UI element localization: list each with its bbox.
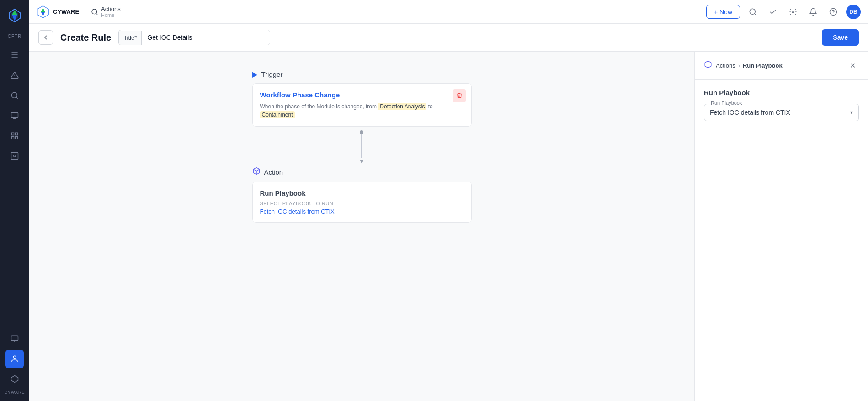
svg-line-7	[16, 97, 17, 98]
svg-rect-13	[11, 137, 14, 139]
page-header: Create Rule Title* Save	[29, 24, 868, 52]
svg-rect-15	[11, 153, 18, 160]
svg-point-16	[14, 155, 16, 157]
action-card-sub: Select Playbook to Run	[260, 201, 464, 206]
panel-actions-icon	[704, 60, 712, 69]
panel-breadcrumb-current: Run Playbook	[743, 62, 783, 69]
title-field-label: Title*	[119, 31, 142, 45]
check-icon[interactable]	[766, 5, 780, 19]
flow-canvas: ▶ Trigger Workflow Phase Change When the…	[29, 52, 694, 401]
svg-rect-17	[11, 336, 18, 341]
sidebar-item-cases[interactable]	[5, 107, 24, 125]
svg-point-25	[92, 9, 97, 14]
topnav-right: + New	[706, 5, 861, 19]
svg-marker-23	[41, 7, 45, 12]
svg-rect-12	[16, 133, 18, 135]
sidebar-item-menu[interactable]: ☰	[5, 46, 24, 64]
new-button[interactable]: + New	[706, 5, 740, 19]
sidebar-item-dashboard[interactable]	[5, 127, 24, 145]
right-panel: Actions › Run Playbook ✕ Run Playbook Ru…	[694, 52, 868, 401]
action-label: Action	[264, 168, 283, 176]
action-card[interactable]: Run Playbook Select Playbook to Run Fetc…	[252, 182, 472, 223]
connector-dot	[360, 130, 363, 134]
trigger-card-desc: When the phase of the Module is changed,…	[260, 102, 464, 119]
topnav-brand-logo	[37, 5, 49, 18]
trigger-from-phase: Detection Analysis	[378, 103, 426, 110]
panel-field-group[interactable]: Run Playbook Fetch IOC details from CTIX…	[704, 104, 859, 121]
connector-line	[361, 134, 362, 158]
sidebar-bottom: CYWARE	[4, 330, 25, 396]
panel-section-title: Run Playbook	[704, 89, 859, 96]
panel-breadcrumb-separator: ›	[738, 62, 740, 69]
action-header: Action	[252, 167, 283, 177]
svg-line-26	[96, 13, 97, 15]
svg-line-28	[754, 13, 756, 15]
cyware-brand-label: CYWARE	[4, 390, 25, 396]
sidebar-item-cyware[interactable]	[5, 370, 24, 388]
connector: ▼	[359, 128, 365, 165]
svg-point-6	[11, 92, 17, 98]
trigger-to-phase: Containment	[260, 111, 295, 118]
svg-marker-24	[41, 12, 45, 16]
svg-rect-11	[11, 133, 14, 135]
action-card-value: Fetch IOC details from CTIX	[260, 208, 464, 215]
action-card-title: Run Playbook	[260, 189, 464, 197]
nav-actions-sublabel: Home	[101, 12, 121, 18]
panel-breadcrumb: Actions › Run Playbook	[716, 62, 842, 69]
svg-point-29	[792, 11, 794, 13]
help-icon[interactable]	[826, 5, 841, 19]
search-icon[interactable]	[746, 5, 760, 19]
svg-marker-21	[11, 376, 18, 383]
trigger-header: ▶ Trigger	[252, 70, 283, 79]
notifications-icon[interactable]	[806, 5, 820, 19]
cftr-label: CFTR	[8, 34, 22, 39]
svg-point-27	[750, 9, 755, 14]
sidebar-item-apps[interactable]	[5, 147, 24, 165]
nav-actions-icon	[91, 8, 98, 16]
sidebar-item-user[interactable]	[5, 350, 24, 368]
topnav-logo: CYWARE	[37, 5, 79, 18]
page-title: Create Rule	[60, 32, 111, 43]
nav-actions-menu[interactable]: Actions Home	[86, 4, 125, 20]
trigger-card-title: Workflow Phase Change	[260, 91, 464, 99]
panel-close-button[interactable]: ✕	[846, 59, 859, 72]
panel-field-text: Fetch IOC details from CTIX	[710, 109, 790, 116]
back-arrow-icon	[42, 34, 49, 41]
brand-name: CYWARE	[53, 8, 79, 15]
trigger-desc-prefix: When the phase of the Module is changed,…	[260, 103, 377, 110]
nav-actions-label: Actions	[101, 5, 121, 12]
trigger-arrow-icon: ▶	[252, 70, 258, 79]
sidebar-item-screens[interactable]	[5, 330, 24, 348]
trigger-desc-mid: to	[428, 103, 433, 110]
title-input[interactable]	[142, 30, 270, 45]
connector-arrow-icon: ▼	[359, 158, 365, 165]
svg-point-20	[13, 356, 16, 358]
content-area: ▶ Trigger Workflow Phase Change When the…	[29, 52, 868, 401]
user-avatar[interactable]: DB	[846, 5, 861, 19]
sidebar: CFTR ☰	[0, 0, 29, 401]
panel-field-value: Fetch IOC details from CTIX ▾	[710, 109, 853, 116]
action-icon	[252, 167, 261, 177]
panel-field-label: Run Playbook	[709, 100, 744, 106]
sidebar-item-intel[interactable]	[5, 86, 24, 105]
panel-header-icon	[704, 60, 712, 70]
panel-dropdown-arrow-icon: ▾	[850, 109, 853, 116]
delete-icon	[456, 92, 463, 99]
cyware-logo-icon	[7, 8, 22, 23]
title-field-group: Title*	[118, 30, 270, 45]
svg-rect-8	[11, 112, 18, 118]
topnav: CYWARE Actions Home + New	[29, 0, 868, 24]
settings-icon[interactable]	[786, 5, 800, 19]
sidebar-item-alert[interactable]	[5, 66, 24, 85]
panel-header: Actions › Run Playbook ✕	[695, 52, 868, 80]
panel-breadcrumb-link[interactable]: Actions	[716, 62, 735, 69]
trigger-delete-button[interactable]	[453, 89, 466, 102]
flow-nodes: ▶ Trigger Workflow Phase Change When the…	[252, 70, 472, 223]
save-button[interactable]: Save	[822, 29, 859, 46]
trigger-card[interactable]: Workflow Phase Change When the phase of …	[252, 83, 472, 127]
action-run-icon	[252, 167, 261, 175]
panel-body: Run Playbook Run Playbook Fetch IOC deta…	[695, 80, 868, 401]
sidebar-logo	[4, 5, 26, 28]
main-content: CYWARE Actions Home + New	[29, 0, 868, 401]
back-button[interactable]	[38, 30, 53, 45]
